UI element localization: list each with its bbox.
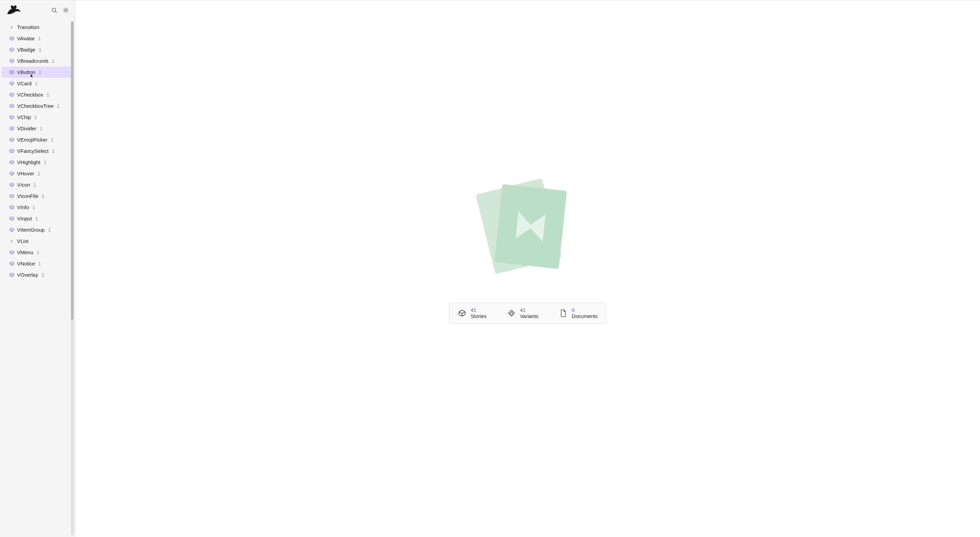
stat-variants: 41 Variants	[507, 307, 538, 319]
sidebar-item-vinput[interactable]: VInput1	[2, 213, 73, 224]
sidebar-item-vavatar[interactable]: VAvatar1	[2, 33, 73, 44]
hero-illustration	[483, 180, 572, 275]
sidebar-item-count: 1	[52, 148, 55, 154]
box-icon	[9, 182, 14, 188]
sidebar-item-count: 1	[33, 182, 36, 188]
stat-label: Documents	[572, 313, 598, 319]
sidebar-item-vhover[interactable]: VHover1	[2, 168, 73, 179]
stat-label: Variants	[520, 313, 538, 319]
sidebar-item-label: VNotice	[17, 261, 35, 266]
box-icon	[9, 47, 14, 53]
sidebar-item-vbadge[interactable]: VBadge1	[2, 44, 73, 55]
header-actions	[49, 5, 71, 15]
svg-point-2	[65, 9, 67, 11]
sidebar-item-vchip[interactable]: VChip1	[2, 112, 73, 123]
sidebar-item-label: VAvatar	[17, 35, 35, 41]
sidebar-item-vitemgroup[interactable]: VItemGroup1	[2, 224, 73, 236]
sidebar-item-label: VItemGroup	[17, 227, 45, 233]
sidebar-item-label: VInfo	[17, 204, 29, 210]
sidebar-item-count: 1	[38, 70, 41, 75]
stats-card: 41 Stories 41 Variants	[449, 303, 606, 324]
box-icon	[9, 115, 14, 120]
sidebar-item-vhighlight[interactable]: VHighlight1	[2, 156, 73, 168]
box-icon	[9, 70, 14, 75]
box-icon	[9, 261, 14, 266]
stat-value: 0	[572, 307, 598, 313]
rabbit-logo-icon	[5, 5, 22, 16]
search-button[interactable]	[49, 5, 59, 15]
sidebar-item-count: 1	[48, 227, 51, 233]
sidebar-list[interactable]: Transition VAvatar1 VBadge1 VBreadcrumb1…	[0, 20, 75, 537]
sidebar-header	[0, 0, 75, 20]
stat-value: 41	[520, 307, 538, 313]
sidebar-item-transition[interactable]: Transition	[2, 21, 73, 33]
sidebar-item-count: 1	[35, 81, 38, 86]
sidebar-item-label: VChip	[17, 114, 31, 120]
box-icon	[9, 104, 14, 109]
box-icon	[9, 171, 14, 176]
sidebar-item-label: VFancySelect	[17, 148, 49, 154]
chevron-right-icon	[9, 25, 14, 30]
sidebar-item-label: VList	[17, 238, 28, 244]
box-icon	[9, 193, 14, 199]
sidebar-item-viconfile[interactable]: VIconFile1	[2, 190, 73, 202]
sidebar-item-vmenu[interactable]: VMenu1	[2, 247, 73, 258]
sidebar-item-label: VOverlay	[17, 272, 38, 278]
sidebar-item-vinfo[interactable]: VInfo1	[2, 202, 73, 213]
sidebar-item-label: VCheckboxTree	[17, 103, 54, 109]
illustration-shape-icon	[512, 209, 549, 244]
sidebar-item-label: VDivider	[17, 126, 37, 131]
sidebar-item-voverlay[interactable]: VOverlay1	[2, 269, 73, 280]
sidebar-item-count: 1	[38, 171, 40, 176]
logo[interactable]	[5, 4, 24, 16]
sidebar-item-label: VHover	[17, 171, 34, 176]
sidebar-item-vemojipicker[interactable]: VEmojiPicker1	[2, 134, 73, 145]
sidebar-item-count: 1	[52, 58, 54, 64]
main-content: 41 Stories 41 Variants	[75, 0, 980, 537]
stat-value: 41	[471, 307, 487, 313]
sidebar-item-label: VIconFile	[17, 193, 38, 199]
sidebar-item-vbutton[interactable]: VButton1	[2, 67, 73, 78]
sidebar-item-label: VBadge	[17, 47, 35, 53]
sidebar-item-count: 1	[38, 47, 41, 53]
box-icon	[9, 216, 14, 221]
sidebar-item-vlist[interactable]: VList	[2, 236, 73, 247]
sidebar-item-vicon[interactable]: VIcon1	[2, 179, 73, 190]
sidebar-item-count: 1	[47, 92, 49, 97]
sidebar-item-vfancyselect[interactable]: VFancySelect1	[2, 145, 73, 156]
sidebar-item-label: VEmojiPicker	[17, 137, 48, 143]
sidebar-item-vnotice[interactable]: VNotice1	[2, 258, 73, 269]
sidebar-item-count: 1	[42, 193, 45, 199]
sidebar-item-count: 1	[51, 137, 54, 143]
sidebar-item-count: 1	[57, 104, 60, 109]
sidebar-item-label: Transition	[17, 24, 39, 30]
box-icon	[9, 126, 14, 131]
sidebar-item-label: VBreadcrumb	[17, 58, 48, 64]
sidebar-item-count: 1	[40, 126, 43, 131]
sidebar-item-label: VCard	[17, 81, 32, 86]
sidebar-item-vcard[interactable]: VCard1	[2, 78, 73, 89]
sidebar-item-vbreadcrumb[interactable]: VBreadcrumb1	[2, 55, 73, 67]
sidebar-item-label: VMenu	[17, 249, 33, 255]
sidebar: Transition VAvatar1 VBadge1 VBreadcrumb1…	[0, 0, 75, 537]
scrollbar-track[interactable]	[71, 21, 74, 535]
sidebar-item-vcheckboxtree[interactable]: VCheckboxTree1	[2, 100, 73, 112]
box-icon	[9, 227, 14, 233]
sidebar-item-label: VButton	[17, 69, 35, 75]
sidebar-item-label: VIcon	[17, 182, 30, 188]
sidebar-item-count: 1	[41, 272, 45, 278]
box-icon	[458, 309, 466, 318]
theme-toggle-button[interactable]	[61, 5, 71, 15]
box-icon	[9, 58, 14, 64]
svg-point-33	[510, 312, 512, 314]
box-icon	[9, 148, 14, 154]
svg-line-1	[55, 11, 56, 12]
sidebar-item-vdivider[interactable]: VDivider1	[2, 123, 73, 134]
box-icon	[9, 36, 14, 41]
scrollbar-thumb[interactable]	[71, 21, 74, 320]
sidebar-item-vcheckbox[interactable]: VCheckbox1	[2, 89, 73, 100]
box-icon	[9, 137, 14, 143]
sidebar-item-count: 1	[44, 160, 46, 165]
box-icon	[9, 160, 14, 165]
box-icon	[9, 250, 14, 255]
